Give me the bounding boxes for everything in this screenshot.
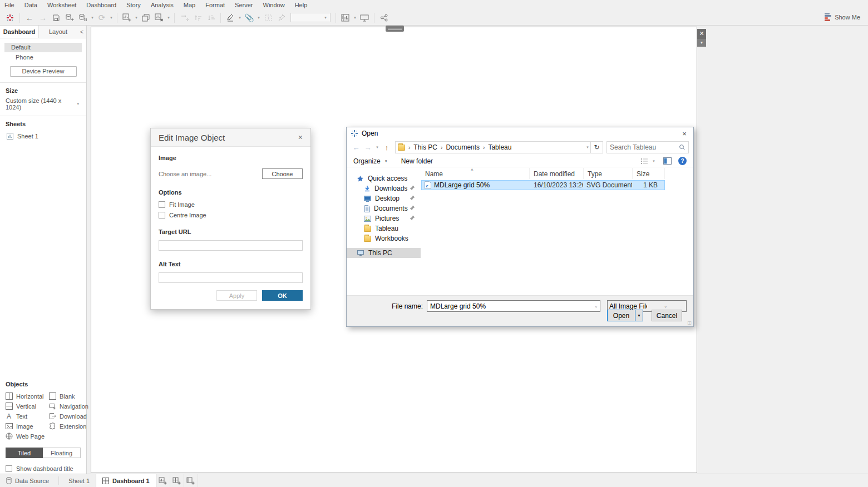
object-vertical[interactable]: Vertical (6, 402, 49, 410)
clear-sheet-caret[interactable]: ▾ (166, 16, 171, 20)
sort-descending-icon[interactable] (204, 12, 218, 24)
sheet1-tab[interactable]: Sheet 1 (62, 474, 96, 487)
object-image[interactable]: Image (6, 423, 49, 430)
duplicate-icon[interactable] (139, 12, 152, 24)
alt-text-input[interactable] (159, 272, 303, 283)
fit-image-checkbox[interactable] (159, 201, 165, 208)
highlight-caret[interactable]: ▾ (237, 16, 243, 20)
open-button-caret[interactable]: ▼ (635, 310, 643, 321)
device-phone-item[interactable]: Phone (4, 52, 82, 62)
breadcrumb-documents[interactable]: Documents (446, 143, 480, 151)
nav-workbooks-folder[interactable]: Workbooks (347, 233, 421, 244)
new-worksheet-caret[interactable]: ▾ (134, 16, 139, 20)
address-bar[interactable]: › This PC › Documents › Tableau ▾ ↻ (395, 141, 603, 153)
new-worksheet-tab-button[interactable] (156, 474, 170, 487)
column-header-size[interactable]: Size (633, 168, 665, 179)
help-icon[interactable]: ? (678, 157, 687, 165)
file-name-caret[interactable]: ⌄ (594, 304, 600, 309)
new-worksheet-icon[interactable] (120, 12, 134, 24)
preview-pane-icon[interactable] (663, 157, 672, 165)
nav-documents[interactable]: Documents (347, 203, 421, 213)
centre-image-checkbox[interactable] (159, 212, 165, 218)
menu-story[interactable]: Story (126, 2, 141, 8)
new-story-tab-button[interactable] (184, 474, 198, 487)
object-blank[interactable]: Blank (49, 392, 88, 400)
nav-pictures[interactable]: Pictures (347, 213, 421, 223)
object-extension[interactable]: Extension (49, 423, 88, 430)
show-me-button[interactable]: Show Me (825, 13, 860, 21)
target-url-input[interactable] (159, 240, 303, 251)
object-options-caret[interactable]: ▼ (697, 39, 706, 47)
tab-layout[interactable]: Layout (39, 26, 77, 38)
redo-icon[interactable]: → (36, 12, 50, 24)
object-drag-handle[interactable] (386, 26, 404, 32)
menu-analysis[interactable]: Analysis (151, 2, 174, 8)
nav-this-pc[interactable]: This PC (347, 248, 421, 258)
file-name-input[interactable] (427, 302, 594, 310)
tiled-button[interactable]: Tiled (6, 448, 43, 458)
sheet-list-item-sheet1[interactable]: Sheet 1 (0, 128, 86, 142)
data-source-tab[interactable]: Data Source (0, 474, 55, 487)
highlight-icon[interactable] (224, 12, 237, 24)
swap-rows-columns-icon[interactable] (177, 12, 191, 24)
nav-up-icon[interactable]: ↑ (382, 143, 392, 152)
pin-icon[interactable] (410, 185, 415, 191)
menu-file[interactable]: File (4, 2, 14, 8)
presentation-mode-icon[interactable] (358, 12, 371, 24)
device-preview-button[interactable]: Device Preview (10, 66, 77, 77)
sort-ascending-icon[interactable] (191, 12, 204, 24)
show-dashboard-title-checkbox[interactable] (6, 465, 12, 472)
pin-icon[interactable] (410, 205, 415, 211)
dashboard1-tab[interactable]: Dashboard 1 (96, 474, 156, 487)
show-hide-cards-caret[interactable]: ▾ (352, 16, 358, 20)
nav-history-caret[interactable]: ▾ (374, 145, 380, 150)
menu-server[interactable]: Server (235, 2, 253, 8)
breadcrumb-this-pc[interactable]: This PC (413, 143, 437, 151)
new-data-source-icon[interactable] (63, 12, 76, 24)
new-dashboard-tab-button[interactable] (170, 474, 184, 487)
nav-quick-access[interactable]: Quick access (347, 173, 421, 183)
search-icon[interactable] (679, 144, 685, 151)
device-default-item[interactable]: Default (4, 43, 82, 52)
open-button[interactable]: Open (607, 310, 635, 321)
object-navigation[interactable]: Navigation (49, 402, 88, 410)
pin-icon[interactable] (410, 215, 415, 221)
column-header-date-modified[interactable]: Date modified (530, 168, 584, 179)
nav-forward-icon[interactable]: → (363, 143, 373, 152)
resize-grip[interactable]: ◫ (687, 320, 692, 325)
run-update-icon[interactable]: ⟳ (95, 12, 108, 24)
menu-dashboard[interactable]: Dashboard (86, 2, 116, 8)
file-row-selected[interactable]: e MDLarge grid 50% 16/10/2023 13:26 SVG … (421, 180, 665, 190)
nav-tableau-folder[interactable]: Tableau (347, 223, 421, 233)
object-download[interactable]: Download (49, 413, 88, 420)
choose-button[interactable]: Choose (262, 168, 303, 179)
open-dialog-close-icon[interactable]: × (675, 130, 693, 138)
paperclip-caret[interactable]: ▾ (256, 16, 262, 20)
save-icon[interactable] (50, 12, 63, 24)
tab-dashboard[interactable]: Dashboard (0, 26, 39, 38)
paperclip-icon[interactable]: 📎 (243, 12, 256, 24)
menu-worksheet[interactable]: Worksheet (47, 2, 76, 8)
nav-desktop[interactable]: Desktop (347, 193, 421, 203)
nav-back-icon[interactable]: ← (351, 143, 361, 152)
column-header-type[interactable]: Type (584, 168, 633, 179)
menu-data[interactable]: Data (24, 2, 37, 8)
remove-object-button[interactable]: ✕ (697, 29, 706, 39)
search-input[interactable] (610, 143, 679, 151)
menu-window[interactable]: Window (263, 2, 285, 8)
object-web-page[interactable]: Web Page (6, 433, 49, 440)
nav-downloads[interactable]: Downloads (347, 183, 421, 193)
refresh-icon[interactable]: ↻ (590, 142, 603, 153)
share-icon[interactable] (377, 12, 391, 24)
run-update-caret[interactable]: ▾ (108, 16, 114, 20)
pause-auto-updates-caret[interactable]: ▾ (90, 16, 95, 20)
object-text[interactable]: A Text (6, 413, 49, 420)
collapse-pane-button[interactable]: < (77, 26, 86, 38)
fit-selector[interactable]: ▾ (290, 13, 331, 22)
show-hide-cards-icon[interactable] (339, 12, 352, 24)
pin-icon[interactable] (410, 195, 415, 201)
ok-button[interactable]: OK (262, 290, 303, 301)
undo-icon[interactable]: ← (23, 12, 36, 24)
fix-axes-icon[interactable] (275, 12, 288, 24)
clear-sheet-icon[interactable] (152, 12, 166, 24)
